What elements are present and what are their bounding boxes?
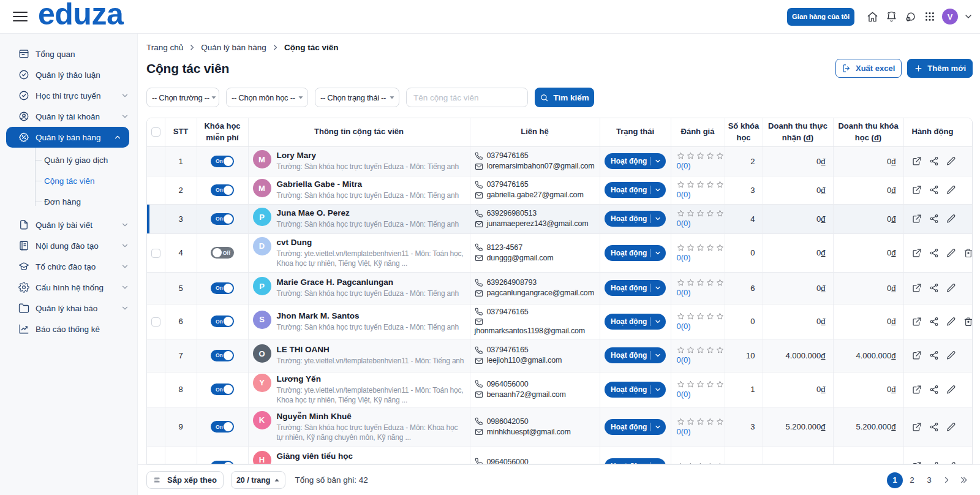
share-icon[interactable] — [929, 317, 939, 327]
delete-icon[interactable] — [963, 317, 973, 327]
open-icon[interactable] — [912, 283, 922, 293]
edit-icon[interactable] — [946, 385, 956, 395]
add-new-button[interactable]: Thêm mới — [907, 59, 973, 78]
free-course-toggle[interactable]: On — [211, 350, 234, 361]
edit-icon[interactable] — [946, 185, 956, 195]
rating-link[interactable]: 0(0) — [675, 322, 691, 331]
sidebar-item-2[interactable]: Học thi trực tuyến — [0, 85, 137, 106]
free-course-toggle[interactable]: Off — [211, 247, 234, 259]
edit-icon[interactable] — [946, 283, 956, 293]
apps-grid-icon[interactable] — [920, 6, 939, 28]
free-course-toggle[interactable]: On — [211, 316, 234, 327]
hamburger-icon[interactable] — [13, 12, 28, 21]
breadcrumb-item[interactable]: Quản lý bán hàng — [201, 43, 266, 52]
rating-link[interactable]: 0(0) — [675, 390, 691, 399]
last-page-icon[interactable] — [956, 472, 971, 488]
book-icon — [18, 240, 29, 251]
status-select[interactable]: -- Chọn trạng thái -- — [315, 88, 399, 107]
sidebar-item-4[interactable]: Quản lý bán hàng — [6, 127, 129, 148]
rating-link[interactable]: 0(0) — [675, 427, 691, 436]
rating-link[interactable]: 0(0) — [675, 190, 691, 199]
delete-icon[interactable] — [963, 248, 973, 258]
export-excel-button[interactable]: Xuất excel — [835, 59, 902, 78]
rating-link[interactable]: 0(0) — [675, 355, 691, 365]
breadcrumb-item[interactable]: Trang chủ — [146, 43, 183, 52]
sidebar-item-7[interactable]: Tổ chức đào tạo — [0, 256, 137, 277]
rating-link[interactable]: 0(0) — [675, 253, 691, 262]
subject-select[interactable]: -- Chọn môn học -- — [226, 88, 308, 107]
free-course-toggle[interactable]: On — [211, 282, 234, 294]
rating-link[interactable]: 0(0) — [675, 288, 691, 297]
per-page-select[interactable]: 20 / trang — [231, 471, 285, 489]
status-dropdown[interactable]: Hoạt động — [605, 153, 666, 169]
sidebar-item-6[interactable]: Nội dung đào tạo — [0, 235, 137, 256]
status-dropdown[interactable]: Hoạt động — [605, 458, 666, 464]
edit-icon[interactable] — [946, 317, 956, 327]
bell-icon[interactable] — [882, 6, 901, 28]
sort-button[interactable]: Sắp xếp theo — [146, 471, 224, 489]
sidebar-item-1[interactable]: Quản lý thảo luận — [0, 64, 137, 85]
open-icon[interactable] — [912, 350, 922, 360]
share-icon[interactable] — [929, 422, 939, 432]
edit-icon[interactable] — [946, 214, 956, 224]
share-icon[interactable] — [929, 283, 939, 293]
share-icon[interactable] — [929, 214, 939, 224]
chat-icon[interactable] — [901, 6, 920, 28]
edit-icon[interactable] — [946, 156, 956, 166]
open-icon[interactable] — [912, 156, 922, 166]
status-dropdown[interactable]: Hoạt động — [605, 280, 666, 296]
select-all-checkbox[interactable] — [151, 127, 160, 137]
open-icon[interactable] — [912, 317, 922, 327]
my-store-button[interactable]: Gian hàng của tôi — [787, 8, 854, 26]
open-icon[interactable] — [912, 214, 922, 224]
sidebar-item-5[interactable]: Quản lý bài viết — [0, 214, 137, 235]
edit-icon[interactable] — [946, 422, 956, 432]
page-3[interactable]: 3 — [921, 472, 937, 488]
open-icon[interactable] — [912, 248, 922, 258]
share-icon[interactable] — [929, 156, 939, 166]
sidebar-subitem[interactable]: Quản lý giao dịch — [0, 149, 137, 170]
page-2[interactable]: 2 — [904, 472, 920, 488]
rating-link[interactable]: 0(0) — [675, 161, 691, 170]
share-icon[interactable] — [929, 248, 939, 258]
open-icon[interactable] — [912, 185, 922, 195]
share-icon[interactable] — [929, 385, 939, 395]
status-dropdown[interactable]: Hoạt động — [605, 211, 666, 227]
search-button[interactable]: Tìm kiếm — [535, 88, 594, 107]
row-checkbox[interactable] — [151, 317, 160, 327]
open-icon[interactable] — [912, 422, 922, 432]
sidebar-item-9[interactable]: Quản lý khai báo — [0, 298, 137, 319]
status-dropdown[interactable]: Hoạt động — [605, 419, 666, 435]
page-1[interactable]: 1 — [887, 472, 903, 488]
row-checkbox[interactable] — [151, 249, 160, 258]
sidebar-subitem[interactable]: Cộng tác viên — [0, 170, 137, 191]
column-header-courses: Số khóa học — [728, 121, 760, 142]
status-dropdown[interactable]: Hoạt động — [605, 182, 666, 198]
edit-icon[interactable] — [946, 350, 956, 360]
sidebar-item-10[interactable]: Báo cáo thống kê — [0, 319, 137, 339]
status-dropdown[interactable]: Hoạt động — [605, 314, 666, 330]
status-dropdown[interactable]: Hoạt động — [605, 382, 666, 398]
free-course-toggle[interactable]: On — [211, 213, 234, 225]
share-icon[interactable] — [929, 185, 939, 195]
sidebar-item-8[interactable]: Cấu hình hệ thống — [0, 277, 137, 298]
free-course-toggle[interactable]: On — [211, 156, 234, 167]
free-course-toggle[interactable]: On — [211, 421, 234, 433]
chevron-down-icon[interactable] — [963, 9, 974, 25]
search-input[interactable] — [406, 88, 528, 107]
rating-link[interactable]: 0(0) — [675, 219, 691, 228]
status-dropdown[interactable]: Hoạt động — [605, 347, 666, 363]
sidebar-subitem[interactable]: Đơn hàng — [0, 191, 137, 212]
share-icon[interactable] — [929, 350, 939, 360]
sidebar-item-3[interactable]: Quản lý tài khoản — [0, 106, 137, 127]
school-select[interactable]: -- Chọn trường -- — [146, 88, 219, 107]
free-course-toggle[interactable]: On — [211, 184, 234, 196]
edit-icon[interactable] — [946, 248, 956, 258]
next-page-icon[interactable] — [938, 472, 954, 488]
home-icon[interactable] — [863, 6, 882, 28]
open-icon[interactable] — [912, 385, 922, 395]
avatar[interactable]: V — [942, 9, 958, 25]
sidebar-item-0[interactable]: Tổng quan — [0, 43, 137, 64]
free-course-toggle[interactable]: On — [211, 384, 234, 395]
status-dropdown[interactable]: Hoạt động — [605, 245, 666, 261]
